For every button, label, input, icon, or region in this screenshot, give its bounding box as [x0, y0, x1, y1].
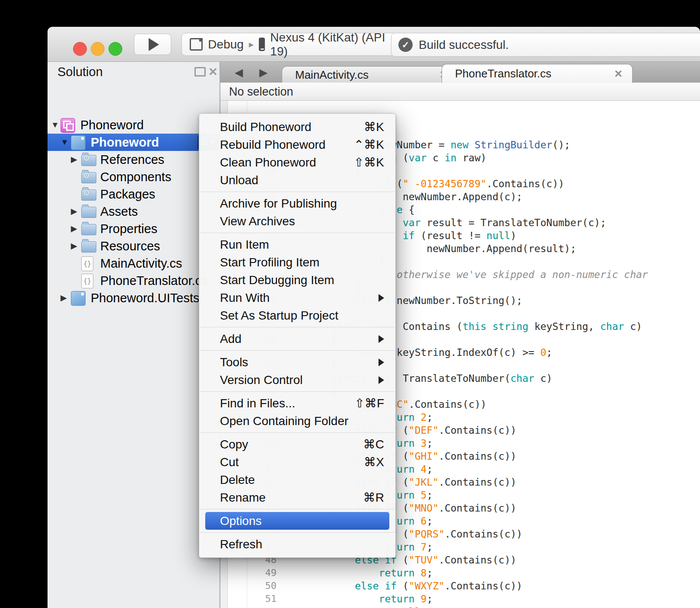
line-number: 51 [246, 592, 277, 605]
menu-item-add[interactable]: Add [205, 330, 389, 348]
menu-separator [200, 391, 395, 392]
menu-item-label: Version Control [220, 371, 302, 389]
menu-item-label: Build Phoneword [220, 118, 312, 136]
folder-gear-icon [81, 172, 96, 183]
menu-item-label: Cut [220, 453, 239, 471]
menu-separator [200, 327, 395, 327]
folder-gear-icon [81, 155, 96, 166]
disclosure-closed-icon[interactable]: ▶ [71, 203, 77, 220]
menu-item-shortcut: ⌘X [364, 453, 384, 471]
navigate-forward-button[interactable]: ▶ [259, 66, 267, 79]
sidebar-item-resources[interactable]: ▶Resources [48, 237, 220, 255]
sidebar-item-phoneword[interactable]: ▼Phoneword [48, 116, 220, 134]
navigate-back-button[interactable]: ◀ [235, 66, 243, 79]
sidebar-item-label: Phoneword.UITests [91, 289, 199, 307]
menu-item-find-in-files[interactable]: Find in Files...⇧⌘F [205, 394, 389, 412]
status-bar[interactable]: ✓ Build successful. [391, 33, 700, 57]
menu-item-rename[interactable]: Rename⌘R [205, 489, 389, 506]
menu-item-clean-phoneword[interactable]: Clean Phoneword⇧⌘K [205, 154, 389, 171]
line-number: 50 [246, 579, 277, 592]
disclosure-closed-icon[interactable]: ▶ [71, 220, 77, 237]
sidebar-item-assets[interactable]: ▶Assets [48, 203, 220, 220]
sidebar-item-references[interactable]: ▶References [48, 151, 220, 168]
device-label: Nexus 4 (KitKat) (API 19) [270, 31, 393, 58]
menu-item-delete[interactable]: Delete [205, 471, 389, 489]
window-close-button[interactable] [73, 42, 87, 56]
code-line-52: 52 return null; [220, 605, 700, 608]
line-number: 49 [246, 566, 277, 579]
screen: Debug ▸ Nexus 4 (KitKat) (API 19) ✓ Buil… [0, 0, 700, 608]
disclosure-closed-icon[interactable]: ▶ [71, 151, 77, 168]
menu-item-label: Find in Files... [220, 394, 295, 412]
tab-mainactivity-cs[interactable]: MainActivity.cs✕ [282, 66, 458, 83]
menu-item-rebuild-phoneword[interactable]: Rebuild Phoneword⌃⌘K [205, 136, 389, 154]
configuration-label: Debug [208, 38, 244, 51]
menu-item-run-with[interactable]: Run With [205, 289, 389, 307]
line-number: 52 [246, 605, 277, 608]
sidebar-item-phoneword-project[interactable]: ▼Phoneword⚙ [48, 134, 220, 151]
sidebar-item-phoneword-uitests[interactable]: ▶Phoneword.UITests [48, 289, 220, 307]
sidebar-item-label: Assets [100, 203, 138, 220]
cs-file-icon [81, 256, 93, 271]
code-text: return 9; [283, 592, 433, 605]
menu-item-label: View Archives [220, 212, 295, 230]
disclosure-closed-icon[interactable]: ▶ [71, 237, 77, 255]
code-line-50: 50 else if ("WXYZ".Contains(c)) [220, 579, 700, 592]
menu-separator [200, 233, 395, 233]
menu-item-shortcut: ⌃⌘K [354, 136, 384, 154]
menu-item-shortcut: ⌘K [364, 118, 384, 136]
sidebar-item-label: Packages [100, 186, 155, 203]
menu-item-run-item[interactable]: Run Item [205, 236, 389, 253]
menu-item-label: Add [220, 330, 242, 348]
folder-icon [81, 207, 96, 218]
code-text: return 8; [283, 566, 433, 579]
menu-item-view-archives[interactable]: View Archives [205, 212, 389, 230]
tab-close-icon[interactable]: ✕ [614, 68, 632, 80]
sidebar-item-packages[interactable]: Packages [48, 186, 220, 203]
sidebar-item-properties[interactable]: ▶Properties [48, 220, 220, 237]
run-button[interactable] [134, 34, 171, 55]
disclosure-open-icon[interactable]: ▼ [51, 116, 59, 134]
menu-item-tools[interactable]: Tools [205, 353, 389, 371]
cs-file-icon [81, 274, 93, 288]
submenu-arrow-icon [379, 358, 384, 366]
menu-item-set-as-startup-project[interactable]: Set As Startup Project [205, 307, 389, 324]
menu-item-start-debugging-item[interactable]: Start Debugging Item [205, 271, 389, 289]
menu-item-archive-for-publishing[interactable]: Archive for Publishing [205, 195, 389, 212]
menu-item-open-containing-folder[interactable]: Open Containing Folder [205, 412, 389, 430]
disclosure-closed-icon[interactable]: ▶ [60, 289, 67, 307]
solution-pad: Solution ✕ ▼Phoneword▼Phoneword⚙▶Referen… [48, 62, 220, 608]
window-minimize-button[interactable] [91, 42, 105, 56]
menu-item-copy[interactable]: Copy⌘C [205, 435, 389, 453]
tab-phonetranslator-cs[interactable]: PhoneTranslator.cs✕ [442, 64, 633, 83]
breadcrumb[interactable]: No selection [220, 83, 700, 101]
menu-item-label: Refresh [220, 535, 262, 553]
menu-separator [200, 509, 395, 509]
menu-item-label: Tools [220, 353, 248, 371]
menu-item-options[interactable]: Options [205, 512, 389, 530]
menu-item-label: Options [220, 512, 262, 530]
menu-item-refresh[interactable]: Refresh [205, 535, 389, 553]
menu-item-label: Delete [220, 471, 255, 489]
sidebar-item-phonetranslator-cs[interactable]: PhoneTranslator.cs [48, 272, 220, 289]
run-configuration-selector[interactable]: Debug ▸ Nexus 4 (KitKat) (API 19) [181, 33, 401, 56]
menu-item-unload[interactable]: Unload [205, 171, 389, 189]
window-zoom-button[interactable] [108, 42, 122, 56]
status-text: Build successful. [419, 38, 509, 52]
device-icon [259, 38, 265, 51]
folder-icon [81, 241, 96, 253]
solution-icon [60, 118, 75, 133]
menu-item-start-profiling-item[interactable]: Start Profiling Item [205, 253, 389, 271]
sidebar-item-label: MainActivity.cs [100, 255, 182, 272]
menu-item-label: Unload [220, 171, 258, 189]
menu-item-cut[interactable]: Cut⌘X [205, 453, 389, 471]
close-pad-icon[interactable]: ✕ [208, 67, 218, 77]
menu-item-shortcut: ⇧⌘K [354, 154, 384, 171]
sidebar-item-components[interactable]: Components [48, 168, 220, 186]
menu-item-build-phoneword[interactable]: Build Phoneword⌘K [205, 118, 389, 136]
disclosure-open-icon[interactable]: ▼ [60, 134, 69, 151]
dock-pad-icon[interactable] [194, 67, 206, 77]
main-toolbar: Debug ▸ Nexus 4 (KitKat) (API 19) ✓ Buil… [48, 27, 700, 62]
sidebar-item-mainactivity-cs[interactable]: MainActivity.cs [48, 255, 220, 272]
menu-item-version-control[interactable]: Version Control [205, 371, 389, 389]
